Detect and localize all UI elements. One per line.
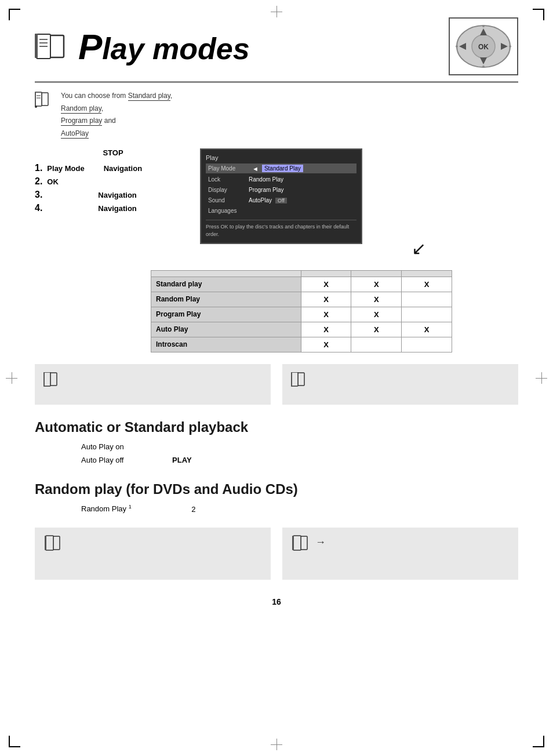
- intro-line1-text: You can choose from Standard play,: [61, 92, 172, 101]
- intro-text: You can choose from Standard play, Rando…: [61, 90, 172, 140]
- section-auto: Automatic or Standard playback Auto Play…: [35, 419, 518, 467]
- section-auto-heading: Automatic or Standard playback: [35, 419, 518, 435]
- dvd-menu-value-program: Program Play: [249, 187, 284, 193]
- intro-link-random: Random play: [61, 104, 101, 114]
- step-4: 4. Navigation: [35, 203, 191, 213]
- svg-point-14: [482, 25, 485, 27]
- bottom-box-icon-1: 1: [43, 535, 62, 556]
- intro-book-icon: [35, 92, 52, 110]
- svg-rect-41: [45, 536, 46, 550]
- table-cell-autoplay-col1: X: [301, 322, 351, 337]
- svg-rect-32: [43, 372, 45, 386]
- dvd-menu-arrow: ◄: [252, 165, 259, 172]
- center-mark-right: [536, 372, 547, 384]
- svg-rect-45: [293, 536, 301, 550]
- center-mark-bottom: [271, 739, 282, 750]
- table-header-row: [151, 270, 452, 277]
- step-2: 2. OK: [35, 176, 191, 187]
- dvd-menu-key-display: Display: [208, 187, 249, 193]
- intro-line2-text: Random play,: [61, 104, 103, 114]
- table-cell-introscan-col1: X: [301, 337, 351, 352]
- table-cell-random-col2: X: [351, 292, 402, 307]
- table-cell-program-col2: X: [351, 307, 402, 322]
- play-label: PLAY: [172, 456, 191, 464]
- dvd-menu-title: Play: [206, 154, 356, 161]
- section-random-sub: Random Play 1 2: [81, 502, 518, 516]
- table-row-autoplay: Auto Play X X X: [151, 322, 452, 337]
- corner-mark-bl: [9, 736, 20, 747]
- section-random-heading: Random play (for DVDs and Audio CDs): [35, 481, 518, 497]
- table-cell-random-col3: [402, 292, 452, 307]
- random-play-num2: 2: [191, 505, 195, 514]
- step-1: 1. Play Mode Navigation: [35, 163, 191, 173]
- svg-rect-40: [46, 536, 53, 550]
- dvd-menu-row-playmode: Play Mode ◄ Standard Play: [206, 163, 356, 173]
- step-1-num: 1.: [35, 163, 42, 173]
- dvd-menu-row-languages: Languages: [206, 206, 356, 215]
- page: Play modes OK: [0, 0, 553, 756]
- dvd-menu-description: Press OK to play the disc's tracks and c…: [206, 220, 356, 238]
- svg-point-16: [456, 45, 458, 48]
- step-3-action: Navigation: [98, 191, 136, 199]
- center-mark-top: [271, 6, 282, 17]
- notes-row: [35, 364, 518, 405]
- title-area: Play modes: [35, 26, 250, 67]
- note-book-icon-2: [291, 372, 307, 391]
- intro-link-autoplay: AutoPlay: [61, 129, 89, 139]
- note-book-icon-1: [43, 372, 60, 391]
- svg-rect-36: [291, 372, 292, 386]
- step-4-action: Navigation: [98, 204, 136, 213]
- table-row-standard: Standard play X X X: [151, 277, 452, 292]
- table-cell-program-name: Program Play: [151, 307, 301, 322]
- table-cell-program-col1: X: [301, 307, 351, 322]
- intro-line4-text: AutoPlay: [61, 129, 89, 139]
- auto-play-on-text: Auto Play on: [81, 440, 518, 453]
- dvd-menu-row-sound: Sound AutoPlay Off: [206, 196, 356, 205]
- step-4-num: 4.: [35, 203, 42, 213]
- modes-table: Standard play X X X Random Play X X Prog…: [151, 270, 452, 352]
- auto-play-off-text: Auto Play off PLAY: [81, 453, 518, 467]
- steps-area: STOP 1. Play Mode Navigation 2. OK 3. Na…: [35, 148, 191, 216]
- table-cell-random-name: Random Play: [151, 292, 301, 307]
- step-1-label: Play Mode: [47, 164, 84, 173]
- corner-mark-tr: [533, 9, 544, 20]
- svg-text:OK: OK: [478, 43, 489, 51]
- table-row-random: Random Play X X: [151, 292, 452, 307]
- step-1-action: Navigation: [104, 164, 142, 173]
- dvd-menu-value-standard: Standard Play: [262, 165, 303, 172]
- dvd-menu-row-lock: Lock Random Play: [206, 175, 356, 184]
- bottom-box-2: 2 →: [282, 528, 518, 580]
- bottom-box-1: 1: [35, 528, 271, 580]
- intro-link-program: Program play: [61, 117, 102, 126]
- section-auto-sub: Auto Play on Auto Play off PLAY: [81, 440, 518, 467]
- svg-point-24: [35, 106, 37, 108]
- section-random: Random play (for DVDs and Audio CDs) Ran…: [35, 481, 518, 516]
- book-icon-large: [35, 31, 70, 63]
- table-header-col2: [351, 270, 402, 277]
- random-play-text: Random Play: [81, 505, 126, 514]
- dvd-menu-key-languages: Languages: [208, 208, 249, 214]
- table-cell-autoplay-col3: X: [402, 322, 452, 337]
- table-cell-introscan-name: Introscan: [151, 337, 301, 352]
- note-box-2: [282, 364, 518, 405]
- corner-mark-br: [533, 736, 544, 747]
- table-cell-standard-col1: X: [301, 277, 351, 292]
- table-header-col0: [151, 270, 301, 277]
- random-play-sup1: 1: [129, 504, 132, 510]
- table-row-program: Program Play X X: [151, 307, 452, 322]
- dvd-menu-key-lock: Lock: [208, 176, 249, 183]
- svg-rect-46: [292, 536, 294, 550]
- center-mark-left: [6, 372, 17, 384]
- dvd-menu-value-random: Random Play: [249, 176, 283, 183]
- table-cell-random-col1: X: [301, 292, 351, 307]
- dvd-menu-key-sound: Sound: [208, 197, 249, 203]
- dvd-menu-value-autoplay: AutoPlay: [249, 197, 272, 203]
- table-cell-introscan-col2: [351, 337, 402, 352]
- title-first-letter: P: [78, 27, 102, 67]
- bottom-box-arrow: →: [315, 536, 326, 548]
- dvd-menu-screenshot: Play Play Mode ◄ Standard Play Lock Rand…: [200, 148, 362, 243]
- note-box-1: [35, 364, 271, 405]
- table-header-col3: [402, 270, 452, 277]
- bottom-boxes-section: 1 2 →: [35, 528, 518, 580]
- bottom-box-icon-2: 2: [291, 535, 310, 556]
